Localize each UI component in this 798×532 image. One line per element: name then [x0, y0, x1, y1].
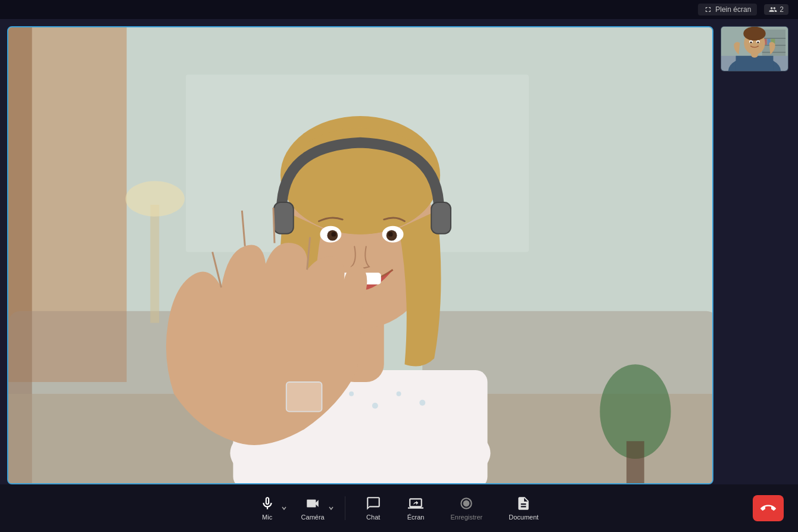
participant-avatar-svg	[721, 26, 788, 71]
hangup-button[interactable]	[753, 495, 784, 521]
mic-chevron-icon	[281, 505, 287, 511]
svg-point-59	[463, 500, 470, 507]
primary-video	[7, 26, 713, 484]
chat-label: Chat	[366, 514, 380, 521]
fullscreen-icon	[704, 5, 712, 14]
participant-count: 2	[780, 5, 784, 14]
svg-rect-50	[736, 56, 774, 71]
svg-rect-34	[432, 203, 450, 233]
document-icon	[516, 496, 531, 511]
mic-label: Mic	[262, 514, 272, 521]
participant-video-thumb	[721, 27, 788, 71]
screen-share-button[interactable]: Écran	[397, 491, 435, 525]
svg-rect-32	[275, 203, 293, 233]
svg-point-29	[388, 232, 393, 237]
toolbar: Mic Caméra Chat Écran	[0, 484, 798, 532]
svg-point-17	[372, 403, 378, 409]
record-button[interactable]: Enregistrer	[439, 491, 493, 525]
svg-rect-7	[626, 441, 644, 484]
chat-button[interactable]: Chat	[355, 491, 392, 525]
room-background	[8, 27, 712, 484]
fullscreen-label: Plein écran	[715, 5, 751, 14]
participant-thumbnail[interactable]	[721, 26, 788, 71]
document-label: Document	[509, 514, 538, 521]
svg-point-9	[126, 181, 185, 217]
mic-group: Mic	[249, 491, 286, 525]
svg-point-18	[397, 392, 401, 396]
svg-line-37	[273, 208, 275, 243]
record-icon	[459, 496, 474, 511]
mic-icon	[260, 496, 275, 511]
camera-label: Caméra	[301, 514, 325, 521]
svg-rect-8	[150, 205, 159, 323]
toolbar-separator-1	[345, 496, 345, 520]
document-button[interactable]: Document	[498, 491, 549, 525]
svg-point-53	[743, 27, 765, 41]
svg-point-19	[419, 400, 425, 406]
svg-rect-39	[286, 382, 322, 412]
screen-label: Écran	[407, 514, 425, 521]
cam-chevron-icon	[328, 505, 334, 511]
hangup-icon	[760, 500, 776, 516]
screen-share-icon	[408, 496, 423, 511]
record-label: Enregistrer	[450, 514, 482, 521]
camera-icon	[305, 496, 320, 511]
mic-button[interactable]: Mic	[249, 491, 286, 525]
svg-point-57	[757, 42, 759, 43]
participants-icon	[769, 5, 777, 14]
fullscreen-button[interactable]: Plein écran	[698, 4, 757, 15]
chat-icon	[366, 496, 381, 511]
sidebar	[721, 19, 798, 532]
svg-point-55	[750, 42, 752, 43]
main-area	[0, 19, 798, 532]
top-bar: Plein écran 2	[0, 0, 798, 19]
main-video-feed	[8, 27, 712, 483]
cam-group: Caméra	[291, 491, 335, 525]
participant-count-badge: 2	[764, 4, 788, 15]
svg-point-16	[349, 392, 354, 396]
svg-point-26	[331, 232, 336, 237]
